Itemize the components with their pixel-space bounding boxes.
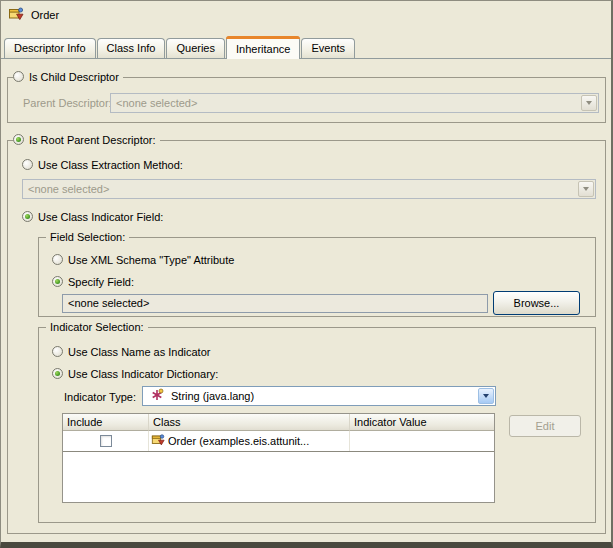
column-header-indicator-value[interactable]: Indicator Value xyxy=(350,414,494,431)
edit-button[interactable]: Edit xyxy=(509,415,581,437)
indicator-value-cell[interactable] xyxy=(350,431,494,451)
is-root-parent-descriptor-radio[interactable]: Is Root Parent Descriptor: xyxy=(13,133,160,146)
class-extraction-method-combo[interactable]: <none selected> xyxy=(22,179,596,199)
tab-inheritance[interactable]: Inheritance xyxy=(226,36,300,59)
tab-queries[interactable]: Queries xyxy=(166,38,225,58)
string-type-icon xyxy=(150,388,164,404)
chevron-down-icon xyxy=(581,95,597,111)
combo-value: <none selected> xyxy=(111,97,580,109)
class-icon xyxy=(151,433,165,449)
descriptor-icon xyxy=(8,6,24,22)
page-title: Order xyxy=(31,9,59,21)
tab-descriptor-info[interactable]: Descriptor Info xyxy=(4,38,96,58)
indicator-selection-title: Indicator Selection: xyxy=(46,321,148,334)
radio-icon xyxy=(13,71,24,82)
radio-label: Use Class Indicator Dictionary: xyxy=(68,368,218,380)
parent-descriptor-label: Parent Descriptor: xyxy=(23,97,112,109)
radio-label: Use Class Name as Indicator xyxy=(68,346,210,358)
radio-label: Is Child Descriptor xyxy=(29,71,119,83)
radio-icon xyxy=(52,276,63,287)
parent-descriptor-combo[interactable]: <none selected> xyxy=(110,93,599,113)
tab-events[interactable]: Events xyxy=(301,38,355,58)
column-header-include[interactable]: Include xyxy=(63,414,149,431)
is-child-descriptor-radio[interactable]: Is Child Descriptor xyxy=(13,70,123,83)
chevron-down-icon xyxy=(578,181,594,197)
chevron-down-icon xyxy=(478,388,494,404)
class-cell-text: Order (examples.eis.attunit... xyxy=(168,435,309,447)
use-class-indicator-dictionary-radio[interactable]: Use Class Indicator Dictionary: xyxy=(52,367,222,380)
table-row[interactable]: Order (examples.eis.attunit... xyxy=(63,431,494,452)
radio-label: Use Class Extraction Method: xyxy=(38,159,183,171)
use-class-extraction-method-radio[interactable]: Use Class Extraction Method: xyxy=(22,158,187,171)
field-selection-title: Field Selection: xyxy=(46,231,129,244)
radio-icon xyxy=(52,346,63,357)
radio-icon xyxy=(13,134,24,145)
indicator-table[interactable]: Include Class Indicator Value Order (exa… xyxy=(62,413,495,503)
inheritance-panel: Order Descriptor Info Class Info Queries… xyxy=(0,0,613,548)
use-class-name-as-indicator-radio[interactable]: Use Class Name as Indicator xyxy=(52,345,214,358)
combo-value: <none selected> xyxy=(23,183,577,195)
radio-icon xyxy=(52,368,63,379)
tab-bar: Descriptor Info Class Info Queries Inher… xyxy=(4,36,356,59)
use-xml-schema-type-attribute-radio[interactable]: Use XML Schema "Type" Attribute xyxy=(52,253,238,266)
indicator-type-combo[interactable]: String (java.lang) xyxy=(142,386,496,406)
radio-label: Use XML Schema "Type" Attribute xyxy=(68,254,234,266)
include-checkbox[interactable] xyxy=(100,435,112,447)
use-class-indicator-field-radio[interactable]: Use Class Indicator Field: xyxy=(22,210,167,223)
browse-button[interactable]: Browse... xyxy=(493,291,580,315)
radio-icon xyxy=(52,254,63,265)
column-header-class[interactable]: Class xyxy=(149,414,350,431)
specify-field-radio[interactable]: Specify Field: xyxy=(52,275,138,288)
radio-icon xyxy=(22,159,33,170)
radio-icon xyxy=(22,211,33,222)
radio-label: Specify Field: xyxy=(68,276,134,288)
combo-value: String (java.lang) xyxy=(171,390,254,402)
indicator-type-label: Indicator Type: xyxy=(64,391,136,403)
radio-label: Use Class Indicator Field: xyxy=(38,211,163,223)
table-header: Include Class Indicator Value xyxy=(63,414,494,431)
specify-field-input[interactable]: <none selected> xyxy=(62,294,488,313)
radio-label: Is Root Parent Descriptor: xyxy=(29,134,156,146)
tab-class-info[interactable]: Class Info xyxy=(97,38,166,58)
